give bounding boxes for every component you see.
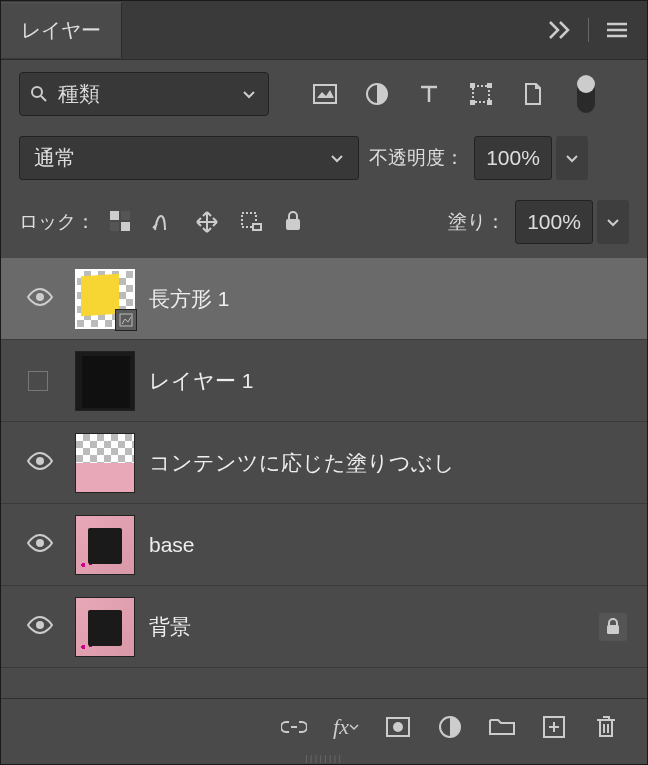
lock-artboard-icon[interactable] <box>239 210 263 234</box>
layer-mask-icon[interactable] <box>385 714 411 740</box>
layer-name[interactable]: 長方形 1 <box>149 285 627 313</box>
svg-rect-1 <box>314 85 336 103</box>
layer-style-icon[interactable]: fx <box>333 714 359 740</box>
visibility-toggle[interactable] <box>27 452 49 474</box>
lock-all-icon[interactable] <box>283 210 303 234</box>
svg-point-14 <box>36 293 44 301</box>
filter-type-text-icon[interactable] <box>415 80 443 108</box>
visibility-toggle[interactable] <box>28 371 48 391</box>
svg-rect-3 <box>473 86 489 102</box>
fill-label: 塗り： <box>448 209 505 235</box>
layer-name[interactable]: 背景 <box>149 613 599 641</box>
lock-transparent-icon[interactable] <box>109 210 131 234</box>
svg-rect-10 <box>110 222 119 231</box>
layer-thumbnail[interactable] <box>75 433 135 493</box>
svg-rect-8 <box>110 211 119 220</box>
search-icon <box>20 85 58 103</box>
svg-rect-13 <box>286 219 300 230</box>
svg-rect-7 <box>487 100 492 105</box>
filter-smartobject-icon[interactable] <box>519 80 547 108</box>
filter-type-label: 種類 <box>58 80 230 108</box>
visibility-toggle[interactable] <box>27 288 49 310</box>
layer-row[interactable]: 長方形 1 <box>1 258 647 340</box>
lock-label: ロック： <box>19 209 95 235</box>
layer-thumbnail[interactable] <box>75 351 135 411</box>
layer-row[interactable]: コンテンツに応じた塗りつぶし <box>1 422 647 504</box>
svg-rect-4 <box>470 83 475 88</box>
filter-toggle[interactable] <box>577 75 595 113</box>
filter-shape-icon[interactable] <box>467 80 495 108</box>
filter-pixel-icon[interactable] <box>311 80 339 108</box>
layer-row[interactable]: レイヤー 1 <box>1 340 647 422</box>
layer-thumbnail[interactable] <box>75 597 135 657</box>
panel-menu-icon[interactable] <box>601 16 633 44</box>
resize-grip[interactable]: IIIIIIII <box>1 754 647 764</box>
new-group-icon[interactable] <box>489 714 515 740</box>
layer-name[interactable]: レイヤー 1 <box>149 367 627 395</box>
link-layers-icon[interactable] <box>281 714 307 740</box>
layer-row[interactable]: 背景 <box>1 586 647 668</box>
filter-type-select[interactable]: 種類 <box>19 72 269 116</box>
lock-position-icon[interactable] <box>195 210 219 234</box>
adjustment-layer-icon[interactable] <box>437 714 463 740</box>
svg-point-17 <box>36 539 44 547</box>
fill-chevron[interactable] <box>597 200 629 244</box>
layer-name[interactable]: base <box>149 533 627 557</box>
panel-tab-layers[interactable]: レイヤー <box>1 2 122 58</box>
layer-name[interactable]: コンテンツに応じた塗りつぶし <box>149 449 627 477</box>
svg-point-18 <box>36 621 44 629</box>
opacity-chevron[interactable] <box>556 136 588 180</box>
svg-point-21 <box>393 722 403 732</box>
svg-point-16 <box>36 457 44 465</box>
lock-image-icon[interactable] <box>151 210 175 234</box>
delete-layer-icon[interactable] <box>593 714 619 740</box>
new-layer-icon[interactable] <box>541 714 567 740</box>
visibility-toggle[interactable] <box>27 534 49 556</box>
svg-rect-19 <box>607 625 619 634</box>
svg-rect-11 <box>121 222 130 231</box>
chevron-down-icon <box>230 87 268 101</box>
layer-thumbnail[interactable] <box>75 515 135 575</box>
opacity-label: 不透明度： <box>369 145 464 171</box>
svg-rect-9 <box>121 211 130 220</box>
layer-row[interactable]: base <box>1 504 647 586</box>
svg-point-0 <box>32 87 42 97</box>
layers-list: 長方形 1 レイヤー 1 コンテンツに応じた塗りつぶし <box>1 258 647 698</box>
divider <box>588 18 589 42</box>
filter-adjustment-icon[interactable] <box>363 80 391 108</box>
fill-input[interactable]: 100% <box>515 200 593 244</box>
opacity-input[interactable]: 100% <box>474 136 552 180</box>
collapse-icon[interactable] <box>544 16 576 44</box>
blend-mode-select[interactable]: 通常 <box>19 136 359 180</box>
blend-mode-value: 通常 <box>34 144 76 172</box>
svg-rect-6 <box>470 100 475 105</box>
visibility-toggle[interactable] <box>27 616 49 638</box>
shape-badge-icon <box>115 309 137 331</box>
svg-rect-5 <box>487 83 492 88</box>
layer-lock-icon[interactable] <box>599 613 627 641</box>
layers-empty-area[interactable] <box>1 668 647 698</box>
